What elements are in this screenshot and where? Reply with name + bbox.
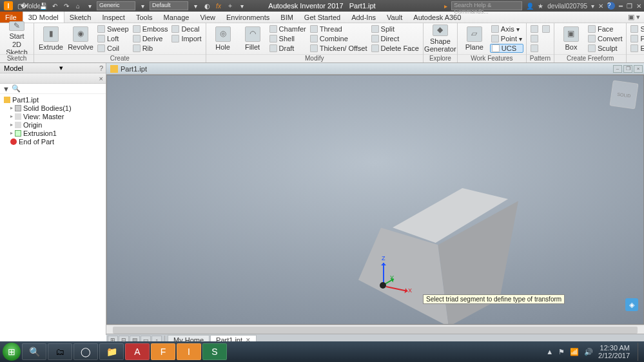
browser-close-icon[interactable]: × <box>99 75 106 82</box>
browser-help-icon[interactable]: ? <box>99 64 106 72</box>
signin-icon[interactable]: 👤 <box>526 3 534 10</box>
revolve-button[interactable]: ◉Revolve <box>66 24 95 53</box>
convert-button[interactable]: Convert <box>587 34 624 43</box>
tab-tools[interactable]: Tools <box>131 12 159 23</box>
dropdown-icon[interactable]: ▾ <box>191 1 200 10</box>
tab-environments[interactable]: Environments <box>221 12 275 23</box>
user-dropdown-icon[interactable]: ▾ <box>591 3 594 10</box>
taskbar-app-s[interactable]: S <box>202 343 227 360</box>
material-dropdown[interactable]: Generic <box>97 1 135 10</box>
user-name[interactable]: devilal020795 <box>547 3 587 10</box>
patch-button[interactable]: Patch <box>629 34 644 43</box>
tab-inspect[interactable]: Inspect <box>97 12 130 23</box>
find-icon[interactable]: 🔍 <box>12 84 21 93</box>
mirror-button[interactable] <box>529 44 540 53</box>
draft-button[interactable]: Draft <box>268 44 307 53</box>
undo-icon[interactable]: ↶ <box>50 1 59 10</box>
taskbar-clock[interactable]: 12:30 AM 2/12/2017 <box>598 344 632 359</box>
tree-node-origin[interactable]: Origin <box>1 120 104 129</box>
tray-flag-icon[interactable]: ⚑ <box>558 348 565 356</box>
coil-button[interactable]: Coil <box>96 44 130 53</box>
tab-add-ins[interactable]: Add-Ins <box>346 12 382 23</box>
tab-bim[interactable]: BIM <box>275 12 299 23</box>
thread-button[interactable]: Thread <box>309 24 369 33</box>
point-button[interactable]: Point ▾ <box>490 34 523 43</box>
open-icon[interactable]: �folder <box>27 1 36 10</box>
circ-pattern-button[interactable] <box>529 34 540 43</box>
tray-volume-icon[interactable]: 🔊 <box>584 348 593 356</box>
restore-button[interactable]: ❐ <box>627 3 632 10</box>
decal-button[interactable]: Decal <box>170 24 202 33</box>
tab-get-started[interactable]: Get Started <box>299 12 346 23</box>
ribbon-collapse-icon[interactable]: ▣ ▾ <box>628 12 644 23</box>
triad-origin[interactable] <box>380 282 386 289</box>
show-desktop-button[interactable] <box>638 343 641 361</box>
import-button[interactable]: Import <box>170 34 202 43</box>
triad-x-axis[interactable] <box>386 286 408 292</box>
fx-icon[interactable]: fx <box>214 1 223 10</box>
plane-button[interactable]: ▱Plane <box>460 24 489 53</box>
taskbar-app-1[interactable]: 🔍 <box>22 343 46 360</box>
redo-icon[interactable]: ↷ <box>62 1 71 10</box>
taskbar-fusion[interactable]: F <box>151 343 175 360</box>
tray-network-icon[interactable]: 📶 <box>570 348 579 356</box>
close-button[interactable]: ✕ <box>636 3 641 10</box>
shape-generator-button[interactable]: ◆Shape Generator <box>426 24 454 53</box>
ucs-triad[interactable]: Z Y X <box>376 265 415 304</box>
help-search-input[interactable]: Search Help & Commands... <box>451 1 522 10</box>
rect-pattern-button[interactable] <box>529 24 540 33</box>
shell-button[interactable]: Shell <box>268 34 307 43</box>
delete-face-button[interactable]: Delete Face <box>370 44 420 53</box>
mdi-close-icon[interactable]: × <box>634 65 643 73</box>
start-2d-sketch-button[interactable]: ✎Start 2D Sketch <box>3 24 31 53</box>
paint-icon[interactable]: ◐ <box>202 1 211 10</box>
chamfer-button[interactable]: Chamfer <box>268 24 307 33</box>
tab-vault[interactable]: Vault <box>382 12 408 23</box>
help-icon[interactable]: ? <box>607 2 615 10</box>
start-button[interactable]: ⊞ <box>3 343 21 361</box>
tree-node-view[interactable]: View: Master <box>1 112 104 120</box>
axis-button[interactable]: Axis ▾ <box>490 24 523 33</box>
tree-node-extrusion[interactable]: Extrusion1 <box>1 129 104 137</box>
rib-button[interactable]: Rib <box>132 44 170 53</box>
taskbar-inventor[interactable]: I <box>177 343 201 360</box>
tree-node-part[interactable]: Part1.ipt <box>1 95 104 104</box>
combine-button[interactable]: Combine <box>309 34 369 43</box>
taskbar-chrome[interactable]: ◯ <box>73 343 98 360</box>
tree-node-solid-bodies[interactable]: Solid Bodies(1) <box>1 104 104 112</box>
dropdown-icon[interactable]: ▾ <box>138 1 147 10</box>
face-button[interactable]: Face <box>587 24 624 33</box>
tab-manage[interactable]: Manage <box>159 12 195 23</box>
view-cube[interactable]: SOLID <box>609 80 638 109</box>
emboss-button[interactable]: Emboss <box>132 24 170 33</box>
mdi-minimize-icon[interactable]: – <box>613 65 622 73</box>
viewport[interactable]: SOLID Z Y X Select triad segment to defi… <box>106 75 644 325</box>
direct-button[interactable]: Direct <box>370 34 420 43</box>
close-panel-icon[interactable]: ✕ <box>598 3 603 10</box>
tray-up-icon[interactable]: ▲ <box>546 348 553 356</box>
plus-icon[interactable]: ＋ <box>226 1 235 10</box>
split-button[interactable]: Split <box>370 24 420 33</box>
save-icon[interactable]: 💾 <box>39 1 48 10</box>
qat-more-icon[interactable]: ▾ <box>85 1 94 10</box>
triad-z-axis[interactable] <box>383 263 384 285</box>
thicken-button[interactable]: Thicken/ Offset <box>309 44 369 53</box>
tab-sketch[interactable]: Sketch <box>64 12 97 23</box>
fillet-button[interactable]: ◠Fillet <box>239 24 267 53</box>
ucs-button[interactable]: UCS <box>490 44 523 53</box>
appearance-dropdown[interactable]: Default <box>150 1 188 10</box>
taskbar-autocad[interactable]: A <box>125 343 150 360</box>
tab-view[interactable]: View <box>195 12 221 23</box>
mdi-restore-icon[interactable]: ❐ <box>623 65 632 73</box>
extend-button[interactable]: Extend <box>629 44 644 53</box>
loft-button[interactable]: Loft <box>96 34 130 43</box>
stitch-button[interactable]: Stitch <box>629 24 644 33</box>
qat-expand-icon[interactable]: ▾ <box>237 1 246 10</box>
nav-bar-icon[interactable]: ◈ <box>625 298 638 311</box>
star-icon[interactable]: ★ <box>538 3 543 10</box>
minimize-button[interactable]: ━ <box>619 3 623 10</box>
canvas-tab-label[interactable]: Part1.ipt <box>121 65 147 73</box>
filter-icon[interactable]: ▼ <box>3 85 10 93</box>
app-logo-icon[interactable]: I <box>4 1 13 10</box>
hole-button[interactable]: ◎Hole <box>209 24 237 53</box>
